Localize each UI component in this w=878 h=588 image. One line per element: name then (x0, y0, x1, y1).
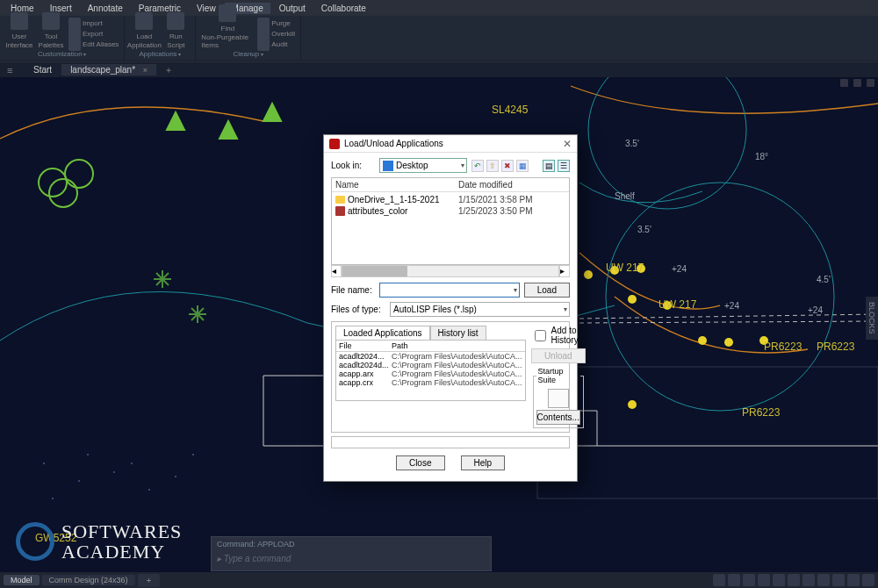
new-folder-icon[interactable]: ▦ (516, 160, 529, 172)
status-bar: Model Comm Design (24x36) ＋ (0, 572, 878, 588)
table-row[interactable]: acadlt2024d...C:\Program Files\Autodesk\… (336, 361, 525, 369)
command-input[interactable]: ▸ Type a command (212, 551, 491, 566)
close-button[interactable]: Close (396, 455, 445, 470)
app-icon (329, 139, 340, 149)
up-folder-icon[interactable]: ⇧ (486, 160, 499, 172)
list-item[interactable]: attributes_color 1/25/2023 3:50 PM (332, 205, 569, 217)
tool-palettes-button[interactable]: Tool Palettes (37, 12, 65, 49)
menu-annotate[interactable]: Annotate (81, 3, 130, 14)
ribbon: User Interface Tool Palettes Import Expo… (0, 16, 878, 61)
label-pr6223a: PR6223 (764, 341, 802, 353)
status-custom-icon[interactable] (862, 574, 874, 586)
col-file[interactable]: File (336, 341, 389, 351)
status-ortho-icon[interactable] (743, 574, 755, 586)
menu-output[interactable]: Output (272, 3, 313, 14)
label-uw217b: UW 217 (658, 298, 696, 311)
tab-model[interactable]: Model (4, 575, 40, 585)
loaded-apps-group: Loaded Applications History list File Pa… (331, 321, 570, 433)
audit-button[interactable]: Audit (257, 39, 295, 49)
file-list-scrollbar[interactable]: ◂ ▸ (331, 265, 570, 277)
plus24c: +24 (808, 305, 823, 315)
status-workspace-icon[interactable] (817, 574, 830, 586)
filename-input[interactable]: ▾ (379, 283, 520, 298)
status-polar-icon[interactable] (758, 574, 770, 586)
svg-point-5 (584, 270, 593, 279)
run-script-button[interactable]: Run Script (162, 12, 190, 49)
status-grid-icon[interactable] (713, 574, 725, 586)
dialog-titlebar[interactable]: Load/Unload Applications ✕ (324, 135, 577, 153)
label-uw217a: UW 217 (606, 262, 644, 274)
list-item[interactable]: OneDrive_1_1-15-2021 1/15/2021 3:58 PM (332, 194, 569, 205)
svg-point-25 (43, 463, 45, 464)
status-icons (713, 574, 874, 586)
find-nonpurgeable-button[interactable]: Find Non-Purgeable Items (201, 4, 254, 49)
file-list[interactable]: Name Date modified OneDrive_1_1-15-2021 … (331, 177, 570, 265)
command-line[interactable]: Command: APPLOAD ▸ Type a command (211, 536, 492, 571)
col-name[interactable]: Name (332, 178, 455, 191)
group-customization-label[interactable]: Customization (5, 49, 119, 60)
briefcase-icon[interactable] (548, 389, 569, 408)
blocks-panel-tab[interactable]: BLOCKS (866, 297, 878, 340)
table-row[interactable]: acapp.crxC:\Program Files\Autodesk\AutoC… (336, 378, 525, 387)
status-lwt-icon[interactable] (788, 574, 800, 586)
back-icon[interactable]: ↶ (471, 160, 484, 172)
look-in-label: Look in: (331, 161, 375, 170)
purge-button[interactable]: Purge (257, 18, 295, 28)
status-osnap-icon[interactable] (773, 574, 785, 586)
dialog-close-icon[interactable]: ✕ (563, 138, 572, 150)
user-interface-button[interactable]: User Interface (5, 12, 33, 49)
file-tab-bar: ≡ Start landscape_plan* × ＋ (0, 61, 878, 77)
add-layout[interactable]: ＋ (138, 574, 160, 587)
dialog-title: Load/Unload Applications (344, 139, 558, 148)
label-sl4245: SL4245 (492, 104, 528, 116)
status-clean-icon[interactable] (847, 574, 860, 586)
status-snap-icon[interactable] (728, 574, 740, 586)
new-tab-button[interactable]: ＋ (157, 63, 181, 77)
svg-rect-16 (537, 367, 878, 498)
find-npi-icon (219, 4, 236, 22)
look-in-combo[interactable]: Desktop ▾ (379, 158, 467, 173)
table-row[interactable]: acadlt2024...C:\Program Files\Autodesk\A… (336, 352, 525, 361)
dialog-status (331, 436, 570, 448)
table-row[interactable]: acapp.arxC:\Program Files\Autodesk\AutoC… (336, 369, 525, 378)
tab-layout[interactable]: Comm Design (24x36) (42, 575, 135, 585)
file-list-header: Name Date modified (332, 178, 569, 192)
tab-start[interactable]: Start (25, 64, 61, 75)
view-details-icon[interactable]: ☰ (558, 160, 570, 172)
col-date[interactable]: Date modified (455, 178, 569, 191)
watermark-logo: SOFTWARES ACADEMY (16, 521, 182, 562)
close-icon[interactable]: × (143, 66, 148, 75)
menu-icon[interactable]: ≡ (7, 65, 19, 75)
export-button[interactable]: Export (68, 29, 119, 39)
import-button[interactable]: Import (68, 18, 119, 28)
overkill-button[interactable]: Overkill (257, 29, 295, 39)
loaded-apps-list[interactable]: File Path acadlt2024...C:\Program Files\… (335, 340, 526, 401)
load-application-button[interactable]: Load Application (130, 12, 158, 49)
svg-point-21 (148, 489, 150, 491)
status-anno-icon[interactable] (802, 574, 815, 586)
contents-button[interactable]: Contents... (536, 410, 580, 425)
tab-loaded[interactable]: Loaded Applications (335, 326, 430, 340)
svg-point-4 (65, 160, 93, 188)
tab-history[interactable]: History list (430, 326, 486, 340)
view-list-icon[interactable]: ▤ (543, 160, 555, 172)
edit-aliases-button[interactable]: Edit Aliases (68, 39, 119, 49)
tp-label-bot: Palettes (39, 41, 64, 49)
delete-icon[interactable]: ✖ (501, 160, 514, 172)
add-to-history-checkbox[interactable]: Add to History (531, 326, 586, 345)
status-monitor-icon[interactable] (832, 574, 845, 586)
group-cleanup-label[interactable]: Cleanup (201, 49, 295, 60)
watermark-line1: SOFTWARES (61, 521, 182, 541)
svg-point-10 (698, 336, 707, 345)
load-button[interactable]: Load (524, 283, 570, 298)
ribbon-group-applications: Load Application Run Script Applications (125, 16, 196, 61)
menu-collaborate[interactable]: Collaborate (314, 3, 373, 14)
group-applications-label[interactable]: Applications (130, 49, 190, 60)
scroll-left-icon[interactable]: ◂ (331, 265, 342, 277)
tab-landscape-plan[interactable]: landscape_plan* × (61, 64, 157, 75)
help-button[interactable]: Help (461, 455, 506, 470)
scroll-right-icon[interactable]: ▸ (559, 265, 570, 277)
filetype-combo[interactable]: AutoLISP Files (*.lsp)▾ (390, 302, 570, 317)
col-path[interactable]: Path (389, 341, 525, 351)
add-history-input[interactable] (535, 330, 546, 341)
